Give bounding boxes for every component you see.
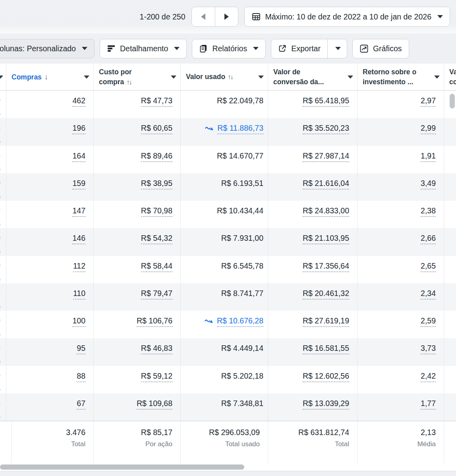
sort-both-icon[interactable]: ↑↓ — [126, 78, 131, 85]
cost-per-purchase-value[interactable]: R$ 60,65 — [141, 123, 172, 134]
summary-value: R$ 631.812,74 — [298, 427, 349, 437]
conversion-value[interactable]: R$ 20.461,32 — [303, 288, 349, 300]
sort-both-icon[interactable]: ↑↓ — [228, 73, 233, 80]
charts-button[interactable]: Gráficos — [352, 39, 409, 58]
cost-per-purchase-value[interactable]: R$ 109,68 — [137, 398, 172, 410]
conversion-value[interactable]: R$ 35.520,23 — [303, 123, 349, 134]
horizontal-scrollbar-thumb[interactable] — [0, 464, 244, 470]
purchases-value[interactable]: 147 — [72, 205, 85, 217]
amount-spent-value: R$ 7.931,00 — [221, 233, 263, 243]
purchases-cell: 110 — [6, 283, 94, 311]
summary-cell: R$ 85,17Por ação — [94, 421, 181, 463]
roas-value[interactable]: 2,59 — [421, 315, 436, 327]
cost-per-purchase-value[interactable]: R$ 70,98 — [141, 205, 172, 217]
column-header-roas[interactable]: Retorno sobre o investimento ... — [357, 64, 444, 90]
vertical-scrollbar-thumb[interactable] — [450, 94, 455, 108]
clipped-last-column-header[interactable]: Va co — [444, 64, 456, 90]
column-menu-caret-icon[interactable] — [84, 75, 89, 79]
conversion-value[interactable]: R$ 27.987,14 — [303, 151, 349, 162]
export-dropdown-button[interactable] — [327, 39, 347, 58]
column-header-purchases[interactable]: Compras↓ — [6, 64, 94, 90]
conversion-value[interactable]: R$ 65.418,95 — [303, 95, 349, 107]
purchases-value[interactable]: 67 — [77, 398, 85, 410]
roas-value[interactable]: 1,77 — [421, 398, 436, 410]
cost-per-purchase-value[interactable]: R$ 47,73 — [141, 95, 172, 107]
roas-value[interactable]: 2,99 — [421, 123, 436, 134]
column-header-cost-per-purchase[interactable]: Custo por compra↑↓ — [94, 64, 181, 90]
purchases-value[interactable]: 112 — [73, 261, 85, 272]
pagination-prev-button[interactable] — [192, 7, 215, 26]
purchases-value[interactable]: 88 — [77, 371, 85, 382]
purchases-value[interactable]: 100 — [72, 315, 85, 327]
clipped-first-column-header[interactable] — [0, 64, 6, 90]
clipped-last-column-cell — [444, 393, 456, 421]
cost-per-purchase-value[interactable]: R$ 79,47 — [141, 288, 172, 300]
purchases-cell: 164 — [6, 146, 94, 173]
breakdown-button[interactable]: Detalhamento — [100, 39, 187, 58]
roas-cell: 2,59 — [357, 311, 444, 338]
amount-spent-trend-link[interactable]: R$ 10.676,28 — [205, 315, 263, 327]
roas-cell: 1,91 — [357, 146, 444, 173]
conversion-value[interactable]: R$ 21.103,95 — [303, 233, 349, 244]
roas-value[interactable]: 2,97 — [421, 95, 436, 107]
conversion-value[interactable]: R$ 21.616,04 — [303, 178, 349, 190]
cost-per-purchase-value[interactable]: R$ 54,32 — [141, 233, 172, 244]
pagination-next-button[interactable] — [215, 7, 238, 26]
clipped-last-column-cell — [444, 366, 456, 393]
purchases-value[interactable]: 164 — [72, 151, 85, 162]
conversion-value[interactable]: R$ 12.602,56 — [303, 371, 349, 382]
column-menu-caret-icon[interactable] — [258, 75, 264, 79]
roas-value[interactable]: 1,91 — [421, 151, 436, 162]
purchases-value[interactable]: 159 — [72, 178, 85, 190]
summary-label: Total — [71, 440, 85, 448]
export-button[interactable]: Exportar — [271, 39, 327, 58]
roas-value[interactable]: 3,73 — [421, 343, 436, 354]
amount-spent-value: R$ 10.434,44 — [217, 205, 263, 216]
amount-spent-value: R$ 6.193,51 — [221, 178, 263, 188]
metrics-table: Compras↓ Custo por compra↑↓ Valor usado↑… — [0, 64, 456, 463]
amount-spent-cell: R$ 10.434,44 — [181, 201, 268, 228]
roas-value[interactable]: 2,66 — [421, 233, 436, 244]
column-menu-caret-icon[interactable] — [434, 75, 440, 79]
sort-desc-icon[interactable]: ↓ — [44, 73, 48, 81]
conversion-value-cell: R$ 35.520,23 — [268, 118, 357, 145]
purchases-value[interactable]: 462 — [72, 95, 85, 107]
conversion-value-cell: R$ 16.581,55 — [268, 338, 357, 366]
cost-per-purchase-value[interactable]: R$ 38,95 — [141, 178, 172, 190]
cost-per-purchase-value[interactable]: R$ 46,83 — [141, 343, 172, 354]
conversion-value-cell: R$ 20.461,32 — [268, 283, 357, 311]
conversion-value[interactable]: R$ 17.356,64 — [303, 261, 349, 272]
purchases-value[interactable]: 146 — [72, 233, 85, 244]
clipped-last-column-cell — [444, 118, 456, 145]
horizontal-scrollbar[interactable] — [0, 463, 456, 471]
purchases-value[interactable]: 110 — [73, 288, 85, 300]
conversion-value[interactable]: R$ 16.581,55 — [303, 343, 349, 354]
column-header-amount-spent[interactable]: Valor usado↑↓ — [181, 64, 268, 90]
summary-value: R$ 296.053,09 — [209, 427, 260, 437]
columns-button[interactable]: Colunas: Personalizado — [0, 39, 95, 58]
conversion-value[interactable]: R$ 13.039,29 — [303, 398, 349, 410]
roas-value[interactable]: 3,49 — [421, 178, 436, 190]
purchases-value[interactable]: 196 — [72, 123, 85, 134]
reports-button[interactable]: Relatórios — [192, 39, 266, 58]
roas-value[interactable]: 2,38 — [421, 205, 436, 217]
conversion-value[interactable]: R$ 27.619,19 — [303, 315, 349, 327]
purchases-value[interactable]: 95 — [77, 343, 85, 354]
column-menu-caret-icon[interactable] — [348, 75, 353, 79]
column-label: Compras — [12, 73, 42, 81]
roas-value[interactable]: 2,42 — [421, 371, 436, 382]
amount-spent-trend-link[interactable]: R$ 11.886,73 — [205, 123, 263, 134]
column-menu-caret-icon[interactable] — [171, 75, 176, 79]
roas-value[interactable]: 2,34 — [421, 288, 436, 300]
roas-value[interactable]: 2,65 — [421, 261, 436, 272]
cost-per-purchase-value[interactable]: R$ 106,76 — [137, 315, 172, 327]
column-menu-caret-icon — [0, 75, 3, 79]
conversion-value[interactable]: R$ 24.833,00 — [303, 205, 349, 217]
cost-per-purchase-cell: R$ 106,76 — [94, 311, 181, 338]
table-row: 0o159R$ 38,95R$ 6.193,51R$ 21.616,043,49 — [0, 173, 456, 201]
cost-per-purchase-value[interactable]: R$ 59,12 — [141, 371, 172, 382]
column-header-conversion-value[interactable]: Valor de conversão da... — [268, 64, 357, 90]
date-range-button[interactable]: Máximo: 10 de dez de 2022 a 10 de jan de… — [244, 7, 450, 27]
cost-per-purchase-value[interactable]: R$ 58,44 — [141, 261, 172, 272]
cost-per-purchase-value[interactable]: R$ 89,46 — [141, 151, 172, 162]
